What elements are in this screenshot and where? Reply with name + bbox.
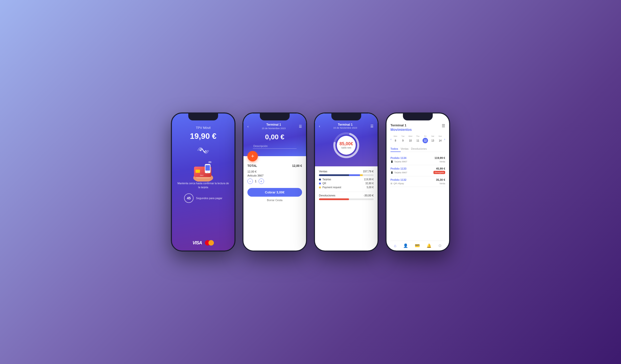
- phone4-day-tue-name: Tue: [401, 135, 405, 137]
- phone2-menu-icon[interactable]: ☰: [299, 124, 302, 128]
- phone4-calendar: ‹ Mon 8 Tue 9 Wed 10 Thu: [390, 135, 445, 143]
- phone-4: Terminal 1 Movimientos ☰ ‹ Mon 8 Tue 9: [386, 112, 450, 252]
- phone2-back-icon[interactable]: ‹: [247, 124, 249, 128]
- phone4-day-tue[interactable]: Tue 9: [400, 135, 406, 143]
- phone2-total-label: TOTAL: [247, 164, 257, 168]
- phone4-days: Mon 8 Tue 9 Wed 10 Thu 11: [392, 135, 443, 143]
- phone4-home-icon[interactable]: ⌂: [394, 244, 396, 248]
- phone3-payment-amount: 5,00 €: [367, 186, 374, 189]
- phone2-terminal: Terminal 1: [262, 123, 286, 126]
- phone4-day-fri[interactable]: Fri 12: [422, 135, 428, 143]
- phone4-order-1134-row2: 📱 Tarjeta 9967 Venta: [390, 160, 445, 163]
- phone3-qr-row: QR 32,80 €: [319, 182, 374, 185]
- phone-icon: 📱: [390, 160, 393, 163]
- phone3-body: Ventas 157,79 € Tarjetas 119,99 €: [315, 166, 378, 207]
- phone4-order-1132-amount: 35,30 €: [436, 178, 445, 181]
- timer-row: 45 Segundos para pagar: [184, 193, 222, 203]
- phone4-user-icon[interactable]: 👤: [403, 243, 408, 248]
- phone2-decrease-button[interactable]: −: [247, 179, 253, 184]
- svg-text:PAY: PAY: [200, 174, 204, 177]
- phone3-devoluciones-row: Devoluciones -30,00 €: [319, 194, 374, 197]
- phone4-order-1133-row1: Pedido 1133 45,99 €: [390, 167, 445, 170]
- phone-1-content: TPV Móvil 19,90 €: [172, 113, 234, 251]
- phone3-tarjetas-label: Tarjetas: [322, 178, 331, 181]
- phone3-terminal: Terminal 1: [333, 123, 357, 126]
- phone2-borrar-button[interactable]: Borrar Cesta: [247, 199, 302, 202]
- phone4-order-1132-row2: ⊞ QR Alipay Venta: [390, 182, 445, 185]
- phone4-order-1134: Pedido 1134 119,99 € 📱 Tarjeta 9967 Vent…: [390, 154, 445, 165]
- phone4-title-group: Terminal 1 Movimientos: [390, 123, 412, 132]
- phone3-ventas-row: Ventas 157,79 €: [319, 170, 374, 173]
- phone3-tarjetas-row: Tarjetas 119,99 €: [319, 178, 374, 181]
- timer-circle: 45: [184, 193, 194, 203]
- phone4-cal-next[interactable]: ›: [444, 138, 445, 141]
- phone2-qty-row: − 1 +: [247, 179, 302, 184]
- phone4-bell-icon[interactable]: 🔔: [427, 243, 431, 248]
- phone3-payment-left: Payment request: [319, 186, 341, 189]
- phone2-add-button[interactable]: +: [247, 151, 258, 161]
- phone4-header: Terminal 1 Movimientos ☰: [390, 123, 445, 132]
- phone2-nav: ‹ Terminal 1 15 de Noviembre 2023 ☰: [247, 123, 302, 130]
- phone4-day-mon[interactable]: Mon 8: [392, 135, 399, 143]
- phone4-order-1133-row2: 📱 Tarjeta 9967 Denegada: [390, 171, 445, 174]
- phone3-ventas-bar: [319, 174, 374, 176]
- phone1-description: Mantenla cerca hasta confirmar la lectur…: [177, 182, 230, 189]
- phone4-order-1134-name[interactable]: Pedido 1134: [390, 156, 406, 159]
- phone4-day-sun[interactable]: Sun 14: [437, 135, 443, 143]
- phone2-increase-button[interactable]: +: [259, 179, 264, 184]
- phone4-day-mon-name: Mon: [394, 135, 397, 137]
- phone4-day-thu[interactable]: Thu 11: [415, 135, 421, 143]
- phone4-day-sat-num: 13: [430, 138, 435, 143]
- phone4-day-wed-num: 10: [408, 138, 413, 143]
- svg-point-13: [207, 172, 208, 173]
- phone4-day-fri-name: Fri: [424, 135, 427, 137]
- phone4-day-sun-name: Sun: [438, 135, 442, 137]
- phone4-day-fri-num: 12: [423, 138, 428, 143]
- phone4-tab-devoluciones[interactable]: Devoluciones: [411, 146, 429, 152]
- qr-icon: ⊞: [390, 182, 392, 185]
- phone2-date: 15 de Noviembre 2023: [262, 127, 286, 130]
- phone-3: ‹ Terminal 1 15 de Noviembre 2023 ☰: [314, 112, 379, 252]
- mastercard-logo: [205, 240, 214, 246]
- phone3-payment-row: Payment request 5,00 €: [319, 186, 374, 189]
- phone4-day-mon-num: 8: [393, 138, 398, 143]
- phone3-header: ‹ Terminal 1 15 de Noviembre 2023 ☰: [315, 113, 378, 166]
- phone4-order-1133-name[interactable]: Pedido 1133: [390, 167, 406, 170]
- phones-container: TPV Móvil 19,90 €: [171, 112, 450, 252]
- phone4-content: Terminal 1 Movimientos ☰ ‹ Mon 8 Tue 9: [387, 113, 449, 251]
- phone4-order-1133: Pedido 1133 45,99 € 📱 Tarjeta 9967 Deneg…: [390, 165, 445, 176]
- phone3-nav: ‹ Terminal 1 15 de Noviembre 2023 ☰: [319, 123, 374, 129]
- phone4-card-icon[interactable]: 💳: [415, 243, 420, 248]
- phone4-day-wed[interactable]: Wed 10: [407, 135, 414, 143]
- phone4-day-sat[interactable]: Sat 13: [429, 135, 436, 143]
- phone2-item-price: 12,00 €: [247, 170, 302, 173]
- phone4-order-1133-card: 📱 Tarjeta 9967: [390, 171, 407, 174]
- phone1-title: TPV Móvil: [196, 126, 210, 130]
- phone4-order-1132-name[interactable]: Pedido 1132: [390, 178, 406, 181]
- bar-payment-segment: [360, 174, 363, 176]
- timer-value: 45: [187, 196, 191, 200]
- phone3-qr-amount: 32,80 €: [365, 182, 374, 185]
- phone-icon-2: 📱: [390, 171, 393, 174]
- phone4-settings-icon[interactable]: ⚙: [438, 243, 442, 248]
- phone3-ventas-bar-fill: [319, 174, 374, 176]
- phone4-cal-prev[interactable]: ‹: [390, 138, 391, 141]
- phone3-menu-icon[interactable]: ☰: [370, 124, 374, 128]
- phone4-order-1133-amount: 45,99 €: [436, 167, 445, 170]
- phone4-bottom-nav: ⌂ 👤 💳 🔔 ⚙: [390, 241, 445, 251]
- phone4-order-1133-denegada-badge: Denegada: [433, 171, 445, 174]
- timer-text: Segundos para pagar: [196, 197, 222, 200]
- phone2-description-input[interactable]: [253, 144, 297, 149]
- phone4-tab-ventas[interactable]: Ventas: [401, 146, 411, 152]
- phone1-amount: 19,90 €: [190, 132, 217, 141]
- bar-tarjetas-segment: [319, 174, 349, 176]
- phone2-cobrar-button[interactable]: Cobrar 3,00€: [247, 188, 302, 197]
- phone4-tab-todos[interactable]: Todos: [390, 146, 401, 152]
- phone3-back-icon[interactable]: ‹: [319, 124, 320, 128]
- mc-yellow-circle: [208, 240, 214, 246]
- phone4-day-wed-name: Wed: [408, 135, 412, 137]
- phone2-amount: 0,00 €: [247, 133, 302, 141]
- phone4-order-1134-card-text: Tarjeta 9967: [394, 160, 407, 163]
- phone-2-notch: [260, 113, 290, 120]
- phone4-filter-icon[interactable]: ☰: [442, 123, 445, 128]
